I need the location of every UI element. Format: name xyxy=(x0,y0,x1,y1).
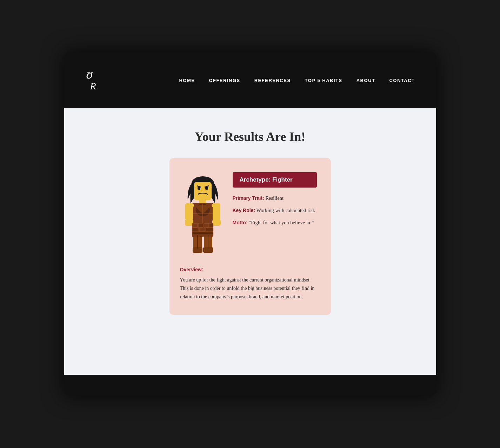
footer xyxy=(64,375,436,396)
key-role-row: Key Role: Working with calculated risk xyxy=(233,208,317,213)
svg-rect-20 xyxy=(192,223,198,228)
primary-trait-row: Primary Trait: Resilient xyxy=(233,195,317,201)
nav-item-contact[interactable]: CONTACT xyxy=(389,77,415,83)
nav-item-offerings[interactable]: OFFERINGS xyxy=(209,77,240,83)
svg-rect-25 xyxy=(199,228,205,232)
nav-link-contact[interactable]: CONTACT xyxy=(389,78,415,83)
archetype-label: Archetype: xyxy=(240,176,273,183)
svg-rect-1 xyxy=(194,182,212,200)
nav-links: HOME OFFERINGS REFERENCES TOP 5 HABITS A… xyxy=(179,77,415,83)
overview-section: Overview: You are up for the fight again… xyxy=(180,263,317,301)
motto-row: Motto: “Fight for what you believe in.” xyxy=(233,220,317,226)
result-card: Archetype: Fighter Primary Trait: Resili… xyxy=(169,158,331,315)
motto-value: “Fight for what you believe in.” xyxy=(247,220,314,225)
svg-rect-16 xyxy=(213,203,220,220)
lego-figure xyxy=(180,172,226,256)
svg-rect-26 xyxy=(206,228,213,232)
nav-item-about[interactable]: ABOUT xyxy=(356,77,375,83)
card-info: Archetype: Fighter Primary Trait: Resili… xyxy=(233,172,317,232)
svg-rect-23 xyxy=(209,223,213,228)
nav-item-home[interactable]: HOME xyxy=(179,77,195,83)
primary-trait-value: Resilient xyxy=(264,195,284,201)
navigation: ʊ R HOME OFFERINGS REFERENCES TOP 5 HABI… xyxy=(64,52,436,108)
logo-bottom: R xyxy=(85,81,97,92)
overview-label: Overview: xyxy=(180,267,317,272)
main-content: Your Results Are In! xyxy=(64,108,436,375)
nav-link-references[interactable]: REFERENCES xyxy=(254,78,291,83)
nav-item-top5habits[interactable]: TOP 5 HABITS xyxy=(305,77,342,83)
svg-rect-32 xyxy=(192,234,213,237)
browser-frame: ʊ R HOME OFFERINGS REFERENCES TOP 5 HABI… xyxy=(64,52,436,396)
motto-label: Motto: xyxy=(233,220,248,225)
svg-rect-17 xyxy=(185,219,193,226)
key-role-value: Working with calculated risk xyxy=(255,208,315,213)
svg-rect-15 xyxy=(185,203,193,220)
svg-rect-24 xyxy=(192,228,199,232)
nav-link-offerings[interactable]: OFFERINGS xyxy=(209,78,240,83)
svg-rect-21 xyxy=(198,223,203,228)
nav-link-top5habits[interactable]: TOP 5 HABITS xyxy=(305,78,342,83)
logo-top: ʊ xyxy=(85,69,97,81)
svg-rect-18 xyxy=(212,219,221,226)
archetype-value: Fighter xyxy=(272,176,293,183)
nav-link-home[interactable]: HOME xyxy=(179,78,195,83)
overview-text: You are up for the fight against the cur… xyxy=(180,276,317,301)
page-title: Your Results Are In! xyxy=(195,129,306,144)
logo[interactable]: ʊ R xyxy=(85,69,97,92)
nav-link-about[interactable]: ABOUT xyxy=(356,78,375,83)
key-role-label: Key Role: xyxy=(233,208,255,213)
card-top: Archetype: Fighter Primary Trait: Resili… xyxy=(180,172,317,256)
archetype-badge: Archetype: Fighter xyxy=(233,172,317,188)
primary-trait-label: Primary Trait: xyxy=(233,195,264,201)
nav-item-references[interactable]: REFERENCES xyxy=(254,77,291,83)
svg-rect-22 xyxy=(204,223,209,228)
